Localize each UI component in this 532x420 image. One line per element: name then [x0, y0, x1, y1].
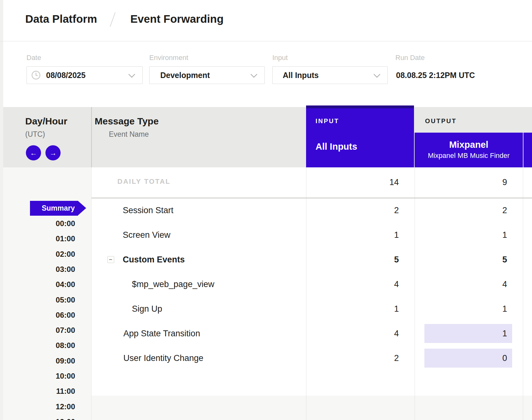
- output-column-header-partial: [523, 133, 532, 167]
- previous-day-button[interactable]: ←: [26, 145, 41, 160]
- output-section-label: OUTPUT: [425, 117, 457, 125]
- page-title: Event Forwarding: [130, 13, 224, 25]
- input-filter-dropdown[interactable]: All Inputs: [272, 66, 388, 84]
- input-section-label: INPUT: [316, 117, 339, 125]
- column-divider: [91, 167, 92, 420]
- summary-label: Summary: [30, 201, 75, 216]
- row-input-value: 4: [320, 327, 399, 339]
- breadcrumb-separator-icon: [110, 12, 115, 27]
- hour-row-07[interactable]: 07:00: [25, 326, 75, 335]
- summary-row-selector[interactable]: Summary: [30, 201, 78, 216]
- column-divider: [415, 167, 415, 420]
- row-label-mp-web-page-view: $mp_web_page_view: [132, 278, 214, 290]
- output-connection-name: Mixpanel MB Music Finder: [415, 152, 523, 160]
- row-label-app-state-transition: App State Transition: [123, 327, 200, 339]
- date-filter-dropdown[interactable]: 08/08/2025: [27, 66, 143, 84]
- chevron-down-icon: [128, 71, 135, 78]
- hour-row-06[interactable]: 06:00: [25, 311, 75, 320]
- matrix-footer-area: [92, 396, 532, 420]
- row-output-value: 5: [428, 254, 507, 266]
- input-column-header[interactable]: [306, 105, 414, 167]
- output-column-header-mixpanel[interactable]: Mixpanel Mixpanel MB Music Finder: [415, 133, 523, 167]
- run-date-value: 08.08.25 2:12PM UTC: [396, 71, 475, 80]
- hour-row-12[interactable]: 12:00: [25, 402, 75, 411]
- chevron-down-icon: [251, 71, 257, 78]
- row-label-custom-events: Custom Events: [123, 254, 185, 266]
- date-filter-value: 08/08/2025: [46, 71, 86, 80]
- output-column-name: Mixpanel: [415, 140, 523, 150]
- day-hour-column-title: Day/Hour: [25, 116, 67, 127]
- clock-icon: [31, 70, 41, 80]
- row-input-value: 1: [320, 303, 399, 315]
- hour-row-04[interactable]: 04:00: [25, 280, 75, 289]
- input-column-name: All Inputs: [316, 141, 357, 152]
- daily-total-label: DAILY TOTAL: [117, 177, 170, 186]
- header-divider: [0, 41, 532, 41]
- row-label-screen-view: Screen View: [123, 229, 170, 241]
- column-divider: [523, 167, 523, 420]
- summary-flag-arrow-icon: [78, 201, 86, 215]
- row-output-value: 0: [428, 352, 507, 364]
- row-input-value: 2: [320, 352, 399, 364]
- hour-row-08[interactable]: 08:00: [25, 341, 75, 350]
- collapse-custom-events-button[interactable]: [107, 256, 114, 263]
- hour-row-13[interactable]: 13:00: [25, 417, 75, 420]
- environment-filter-value: Development: [160, 71, 210, 80]
- input-filter-label: Input: [272, 54, 288, 62]
- row-output-value: 1: [428, 303, 507, 315]
- daily-total-output-value: 9: [428, 176, 507, 188]
- hour-row-03[interactable]: 03:00: [25, 265, 75, 274]
- row-output-value: 1: [428, 229, 507, 241]
- row-input-value: 1: [320, 229, 399, 241]
- hour-row-10[interactable]: 10:00: [25, 372, 75, 381]
- input-filter-value: All Inputs: [283, 71, 319, 80]
- row-output-value: 4: [428, 278, 507, 290]
- daily-total-divider: [92, 198, 532, 198]
- hour-row-05[interactable]: 05:00: [25, 296, 75, 304]
- hour-row-00[interactable]: 00:00: [25, 219, 75, 228]
- event-forwarding-page: Data Platform Event Forwarding Date 08/0…: [0, 0, 532, 420]
- row-label-user-identity-change: User Identity Change: [123, 352, 204, 364]
- hour-row-09[interactable]: 09:00: [25, 357, 75, 365]
- message-type-column-title: Message Type: [95, 116, 159, 127]
- row-output-value: 1: [428, 327, 507, 339]
- row-output-value: 2: [428, 204, 507, 216]
- page-left-gutter: [0, 0, 3, 420]
- next-day-button[interactable]: →: [45, 145, 61, 160]
- breadcrumb-data-platform[interactable]: Data Platform: [25, 13, 97, 25]
- daily-total-input-value: 14: [320, 176, 399, 188]
- run-date-label: Run Date: [395, 54, 425, 62]
- hour-row-01[interactable]: 01:00: [25, 234, 75, 243]
- chevron-down-icon: [374, 71, 380, 78]
- rail-divider: [91, 107, 92, 167]
- column-divider: [306, 167, 306, 420]
- environment-filter-dropdown[interactable]: Development: [149, 66, 265, 84]
- row-input-value: 2: [320, 204, 399, 216]
- hour-row-11[interactable]: 11:00: [25, 387, 75, 396]
- minus-icon: [109, 259, 112, 260]
- row-input-value: 5: [320, 254, 399, 266]
- row-label-session-start: Session Start: [123, 204, 174, 216]
- date-filter-label: Date: [27, 54, 41, 62]
- day-hour-column-subtitle: (UTC): [25, 130, 45, 139]
- message-type-column-subtitle: Event Name: [109, 130, 149, 139]
- environment-filter-label: Environment: [149, 54, 188, 62]
- row-input-value: 4: [320, 278, 399, 290]
- row-label-sign-up: Sign Up: [132, 303, 162, 315]
- hour-row-02[interactable]: 02:00: [25, 250, 75, 259]
